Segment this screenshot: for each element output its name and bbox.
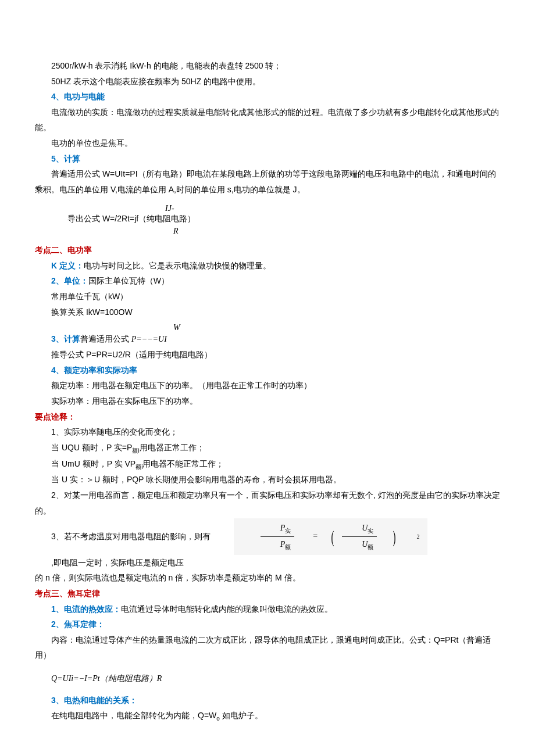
text-line: 2500r/kW·h 表示消耗 IkW-h 的电能，电能表的表盘转 2500 转…	[35, 58, 500, 74]
item-text: 普遍适用公式	[80, 334, 131, 343]
formula-text: 导出公式 W=/2Rt=jf（纯电阻电路）	[67, 214, 195, 223]
formula-line: Q=UIi=−I=Pt（纯电阻电路）R	[35, 671, 500, 687]
text-line: 50HZ 表示这个电能表应接在频率为 50HZ 的电路中使用。	[35, 74, 500, 89]
sub-shi: 实	[368, 528, 373, 534]
heading-label: 考点三、焦耳定律	[35, 589, 100, 598]
item-1: K 定义：电功与时间之比。它是表示电流做功快慢的物理量。	[35, 258, 500, 274]
text-paragraph: 电流做功的实质：电流做功的过程实质就是电能转化成其他形式的能的过程。电流做了多少…	[35, 105, 500, 135]
formula-block: IJ- 导出公式 W=/2Rt=jf（纯电阻电路） R	[67, 197, 500, 242]
text-line: 在纯电阻电路中，电能全部转化为内能，Q=Wo 如电炉子。	[35, 708, 500, 724]
text-part: ,即电阻一定时，实际电压是额定电压	[35, 555, 184, 571]
text-part: 用电器不能正常工作；	[142, 459, 224, 468]
item-2: 2、焦耳定律：	[35, 617, 500, 632]
item-4: 4、额定功率和实际功率	[35, 363, 500, 378]
heading-label: 4、电功与电能	[51, 92, 105, 101]
heading-5: 5、计算	[35, 151, 500, 167]
text-line: 常用单位千瓦（kW）	[35, 289, 500, 304]
text-paragraph: 普遍适用公式 W=UIt=PI（所有电路）即电流在某段电路上所做的功等于这段电路…	[35, 166, 500, 197]
ratio-line: 3、若不考虑温度对用电器电阻的影响，则有 P实 P额 = ( U实 U额 ) 2…	[35, 518, 500, 570]
var-U: U	[362, 540, 368, 549]
item-text: 电功与时间之比。它是表示电流做功快慢的物理量。	[84, 261, 271, 270]
ratio-formula-image: P实 P额 = ( U实 U额 ) 2	[234, 518, 428, 555]
text-line: 当 UmU 额时，P 实 VP额i用电器不能正常工作；	[35, 456, 500, 472]
item-label: 3、计算	[51, 334, 80, 343]
heading-label: 5、计算	[51, 154, 80, 163]
text-line: 换算关系 IkW=100OW	[35, 304, 500, 320]
item-label: 1、电流的热效应：	[51, 604, 121, 614]
text-part: 3、若不考虑温度对用电器电阻的影响，则有	[35, 529, 211, 544]
text-paragraph: 内容：电流通过导体产生的热量跟电流的二次方成正比，跟导体的电阻成正比，跟通电时间…	[35, 632, 500, 663]
exponent: 2	[400, 531, 419, 542]
text-part: 当 UmU 额时，P 实 VP	[51, 459, 135, 468]
item-label: 2、单位：	[51, 276, 88, 285]
sub-shi: 实	[285, 528, 291, 534]
heading-label: 考点二、电功率	[35, 245, 92, 255]
item-label: K 定义：	[51, 261, 84, 270]
section-heading-3: 考点三、焦耳定律	[35, 586, 500, 601]
text-line: 当 U 实：＞U 额时，PQP 咏长期使用会影响用电器的寿命，有时会损坏用电器。	[35, 472, 500, 488]
formula-inline: P=−−=UI	[131, 335, 167, 343]
text-line: 推导公式 P=PR=U2/R（适用于纯电阻电路）	[35, 347, 500, 363]
subscript: 额i	[135, 463, 142, 470]
item-text: 电流通过导体时电能转化成内能的现象叫做电流的热效应。	[121, 604, 333, 614]
item-1: 1、电流的热效应：电流通过导体时电能转化成内能的现象叫做电流的热效应。	[35, 601, 500, 617]
fraction-denominator: R	[173, 227, 179, 235]
text-part: 在纯电阻电路中，电能全部转化为内能，Q=W	[51, 711, 216, 720]
item-2: 2、单位：国际主单位瓦特（W）	[35, 273, 500, 289]
sub-e: 额	[368, 544, 373, 550]
subscript: 额i	[132, 447, 139, 454]
sub-e: 额	[285, 544, 291, 550]
var-U: U	[362, 524, 368, 532]
item-label: 3、电热和电能的关系：	[51, 696, 137, 705]
item-label: 4、额定功率和实际功率	[51, 366, 137, 375]
text-line: 实际功率：用电器在实际电压下的功率。	[35, 393, 500, 409]
heading-label: 要点诠释：	[35, 412, 76, 421]
fraction-numerator: W	[173, 323, 180, 332]
section-heading-2: 考点二、电功率	[35, 242, 500, 258]
text-line: 额定功率：用电器在额定电压下的功率。（用电器在正常工作时的功率）	[35, 378, 500, 393]
item-3: 3、电热和电能的关系：	[35, 693, 500, 708]
text-part: 当 UQU 额时，P 实=P	[51, 443, 132, 452]
heading-4: 4、电功与电能	[35, 89, 500, 105]
text-part: 用电器正常工作；	[140, 443, 205, 452]
item-label: 2、焦耳定律：	[51, 619, 105, 629]
text-paragraph: 2、对某一用电器而言，额定电压和额定功率只有一个，而实际电压和实际功率却有无数个…	[35, 488, 500, 518]
text-line: 的 n 倍，则实际电流也是额定电流的 n 倍，实际功率是额定功率的 M 倍。	[35, 570, 500, 586]
text-line: 当 UQU 额时，P 实=P额i用电器正常工作；	[35, 440, 500, 456]
text-line: 1、实际功率随电压的变化而变化；	[35, 424, 500, 440]
note-heading: 要点诠释：	[35, 409, 500, 425]
text-part: 如电炉子。	[220, 711, 263, 720]
item-3: 3、计算普遍适用公式 P=−−=UI	[35, 331, 500, 347]
item-text: 国际主单位瓦特（W）	[88, 276, 169, 285]
text-line: 电功的单位也是焦耳。	[35, 135, 500, 151]
